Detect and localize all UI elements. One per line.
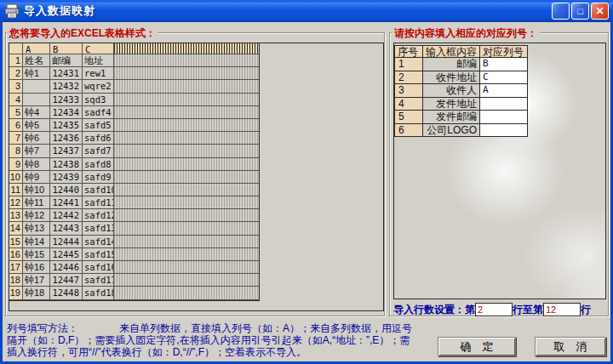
excel-row: 9钟812438safd8: [9, 158, 259, 171]
row-number-cell: 6: [9, 119, 23, 132]
column-letter-input[interactable]: A: [479, 84, 528, 98]
row-to-input[interactable]: 12: [543, 303, 581, 316]
window-title: 导入数据映射: [24, 3, 95, 19]
col-headers-overflow-stripes: [114, 43, 259, 54]
minimize-button[interactable]: _: [552, 3, 570, 20]
cell-overflow-stripes: [114, 158, 259, 171]
mapping-table-body: 1邮编B2收件地址C3收件人A4发件地址5发件邮编6公司LOGO: [394, 58, 528, 137]
excel-row: 1姓名邮编地址: [9, 54, 259, 67]
excel-row: 19钟1812448safd18: [9, 287, 259, 299]
excel-row: 312432wqre2: [9, 80, 259, 93]
cell-a: 钟8: [23, 158, 50, 171]
mapping-caption: 请按内容填入相应的对应列号：: [392, 26, 540, 41]
excel-row: 10钟912439safd9: [9, 171, 259, 184]
cell-c: rew1: [83, 67, 114, 80]
cell-c: sadf4: [83, 106, 114, 119]
cell-b: 12434: [50, 106, 83, 119]
cell-overflow-stripes: [114, 222, 259, 235]
close-button[interactable]: ✕: [591, 3, 609, 20]
row-number-cell: 16: [9, 248, 23, 261]
excel-table-body: 1姓名邮编地址2钟112431rew1312432wqre2412433sqd3…: [9, 54, 259, 300]
column-letter-input[interactable]: [479, 111, 528, 124]
cell-c: safd13: [83, 222, 114, 235]
cell-overflow-stripes: [114, 287, 259, 299]
serial-cell: 6: [394, 124, 422, 138]
cell-c: safd15: [83, 248, 114, 261]
column-letter-input[interactable]: [479, 124, 528, 138]
cell-c: safd11: [83, 196, 114, 209]
cancel-button[interactable]: 取 消: [535, 337, 606, 356]
excel-row: 6钟512435safd5: [9, 119, 259, 132]
excel-header-row: A B C: [9, 43, 259, 54]
excel-row: 15钟1412444safd14: [9, 236, 259, 248]
cell-a: 钟6: [23, 132, 50, 145]
cell-c: safd12: [83, 209, 114, 222]
ok-button[interactable]: 确 定: [438, 337, 516, 356]
cell-b: 12431: [50, 67, 83, 80]
field-label-cell: 邮编: [422, 58, 479, 71]
column-letter-input[interactable]: [479, 98, 528, 111]
cell-overflow-stripes: [114, 106, 259, 119]
cell-c: sqd3: [83, 94, 114, 106]
mapping-header-row: 序号 输入框内容 对应列号: [394, 45, 528, 58]
serial-cell: 4: [394, 98, 422, 111]
cell-overflow-stripes: [114, 132, 259, 145]
cell-a: 钟4: [23, 106, 50, 119]
cell-c: safd8: [83, 158, 114, 171]
cell-b: 12440: [50, 184, 83, 196]
row-number-cell: 12: [9, 196, 23, 209]
cell-c: safd16: [83, 261, 114, 274]
cell-b: 12432: [50, 80, 83, 93]
title-bar[interactable]: 导入数据映射 _ □ ✕: [0, 0, 613, 22]
mapping-row: 5发件邮编: [394, 111, 528, 124]
cell-b: 12435: [50, 119, 83, 132]
cell-b: 12438: [50, 158, 83, 171]
serial-cell: 1: [394, 58, 422, 71]
excel-row: 16钟1512445safd15: [9, 248, 259, 261]
row-number-cell: 18: [9, 274, 23, 287]
col-header-c: C: [83, 43, 114, 54]
row-number-cell: 2: [9, 67, 23, 80]
mapping-row: 3收件人A: [394, 84, 528, 98]
cell-c: wqre2: [83, 80, 114, 93]
row-from-prefix: 第: [465, 303, 475, 317]
cell-a: 钟16: [23, 261, 50, 274]
column-letter-input[interactable]: C: [479, 71, 528, 85]
excel-row: 412433sqd3: [9, 94, 259, 106]
cell-overflow-stripes: [114, 171, 259, 184]
cell-overflow-stripes: [114, 209, 259, 222]
cell-overflow-stripes: [114, 274, 259, 287]
mapping-row: 2收件地址C: [394, 71, 528, 85]
row-range-settings: 导入行数设置： 第 2 行至第 12 行: [393, 302, 608, 317]
cell-overflow-stripes: [114, 236, 259, 248]
row-number-cell: 4: [9, 94, 23, 106]
excel-row: 11钟1012440safd10: [9, 184, 259, 196]
excel-row: 13钟1212442safd12: [9, 209, 259, 222]
cell-b: 12446: [50, 261, 83, 274]
row-number-cell: 15: [9, 236, 23, 248]
cell-overflow-stripes: [114, 119, 259, 132]
cell-a: 钟18: [23, 287, 50, 299]
maximize-button[interactable]: □: [571, 3, 589, 20]
cell-a: 姓名: [23, 54, 50, 67]
cell-b: 12439: [50, 171, 83, 184]
row-from-input[interactable]: 2: [475, 303, 513, 316]
row-suffix: 行: [581, 303, 591, 317]
field-label-cell: 收件地址: [422, 71, 479, 85]
row-number-cell: 17: [9, 261, 23, 274]
dialog-window: 导入数据映射 _ □ ✕ 您将要导入的EXCEL表格样式： A B C 1姓名邮…: [0, 0, 613, 364]
cell-overflow-stripes: [114, 67, 259, 80]
cell-a: 钟9: [23, 171, 50, 184]
header-content: 输入框内容: [422, 45, 479, 58]
cell-a: [23, 94, 50, 106]
field-label-cell: 收件人: [422, 84, 479, 98]
col-header-a: A: [23, 43, 50, 54]
excel-row: 14钟1312443safd13: [9, 222, 259, 235]
field-label-cell: 公司LOGO: [422, 124, 479, 138]
row-settings-label: 导入行数设置：: [393, 303, 465, 317]
cell-c: safd18: [83, 287, 114, 299]
column-letter-input[interactable]: B: [479, 58, 528, 71]
serial-cell: 2: [394, 71, 422, 85]
cell-b: 12443: [50, 222, 83, 235]
header-column: 对应列号: [479, 45, 528, 58]
